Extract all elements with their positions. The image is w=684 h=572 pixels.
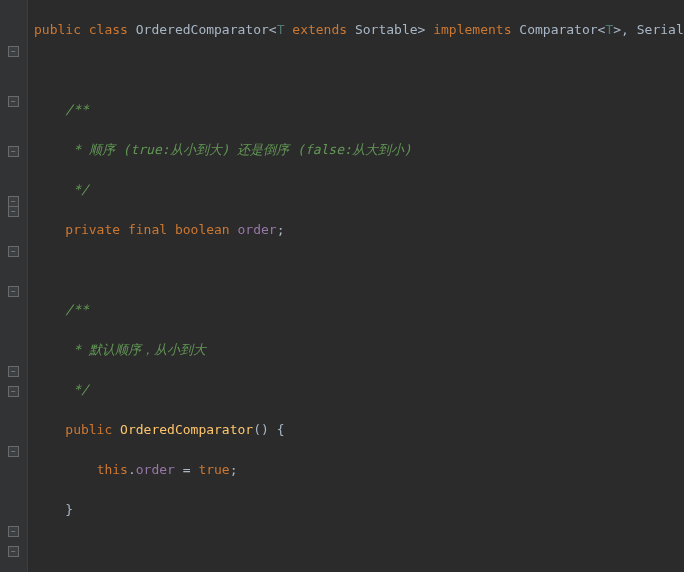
editor-gutter: − − − − − − − − − − − − [0,0,28,572]
keyword-public: public [34,22,81,37]
class-name: OrderedComparator [136,22,269,37]
code-line[interactable]: */ [34,380,684,400]
code-line[interactable]: public OrderedComparator() { [34,420,684,440]
javadoc-open: /** [65,302,88,317]
code-line[interactable]: public class OrderedComparator<T extends… [34,20,684,40]
code-line[interactable] [34,540,684,560]
keyword-final: final [128,222,167,237]
generic-param: T [277,22,285,37]
code-line[interactable] [34,260,684,280]
code-line[interactable]: private final boolean order; [34,220,684,240]
code-line[interactable]: } [34,500,684,520]
javadoc-close: */ [65,382,88,397]
type-comparator: Comparator [519,22,597,37]
keyword-boolean: boolean [175,222,230,237]
code-line[interactable]: * 顺序 (true:从小到大) 还是倒序 (false:从大到小) [34,140,684,160]
constructor-name: OrderedComparator [120,422,253,437]
javadoc-close: */ [65,182,88,197]
field-order: order [136,462,175,477]
fold-marker[interactable]: − [8,246,19,257]
javadoc-body: * 顺序 (true:从小到大) 还是倒序 (false:从大到小) [65,142,411,157]
javadoc-body: * 默认顺序，从小到大 [65,342,205,357]
fold-marker[interactable]: − [8,546,19,557]
fold-marker[interactable]: − [8,146,19,157]
code-line[interactable]: */ [34,180,684,200]
fold-marker[interactable]: − [8,366,19,377]
keyword-private: private [65,222,120,237]
code-editor[interactable]: public class OrderedComparator<T extends… [28,0,684,572]
keyword-public: public [65,422,112,437]
code-line[interactable] [34,60,684,80]
keyword-extends: extends [292,22,347,37]
code-line[interactable]: * 默认顺序，从小到大 [34,340,684,360]
keyword-true: true [198,462,229,477]
fold-marker[interactable]: − [8,96,19,107]
code-line[interactable]: this.order = true; [34,460,684,480]
javadoc-open: /** [65,102,88,117]
fold-marker[interactable]: − [8,386,19,397]
fold-marker[interactable]: − [8,206,19,217]
type-sortable: Sortable [355,22,418,37]
keyword-implements: implements [433,22,511,37]
fold-marker[interactable]: − [8,446,19,457]
type-serializable: Serializable [637,22,684,37]
code-line[interactable]: /** [34,100,684,120]
keyword-class: class [89,22,128,37]
fold-marker[interactable]: − [8,526,19,537]
fold-marker[interactable]: − [8,286,19,297]
keyword-this: this [97,462,128,477]
field-order: order [238,222,277,237]
fold-marker[interactable]: − [8,46,19,57]
code-line[interactable]: /** [34,300,684,320]
